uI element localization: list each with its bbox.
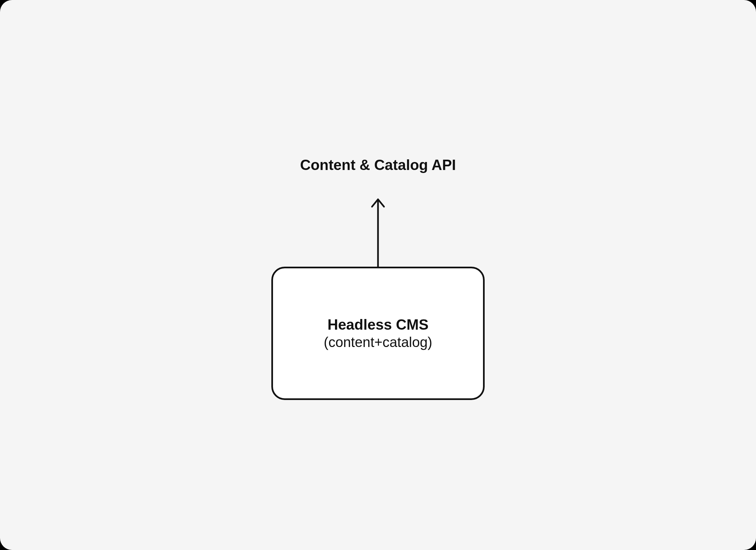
diagram-canvas: Content & Catalog API Headless CMS (cont… bbox=[0, 0, 756, 550]
api-label: Content & Catalog API bbox=[300, 157, 456, 173]
cms-box-subtitle: (content+catalog) bbox=[324, 334, 432, 350]
arrow-up-icon bbox=[368, 197, 388, 267]
cms-box-title: Headless CMS bbox=[327, 316, 428, 333]
cms-box: Headless CMS (content+catalog) bbox=[271, 267, 485, 400]
